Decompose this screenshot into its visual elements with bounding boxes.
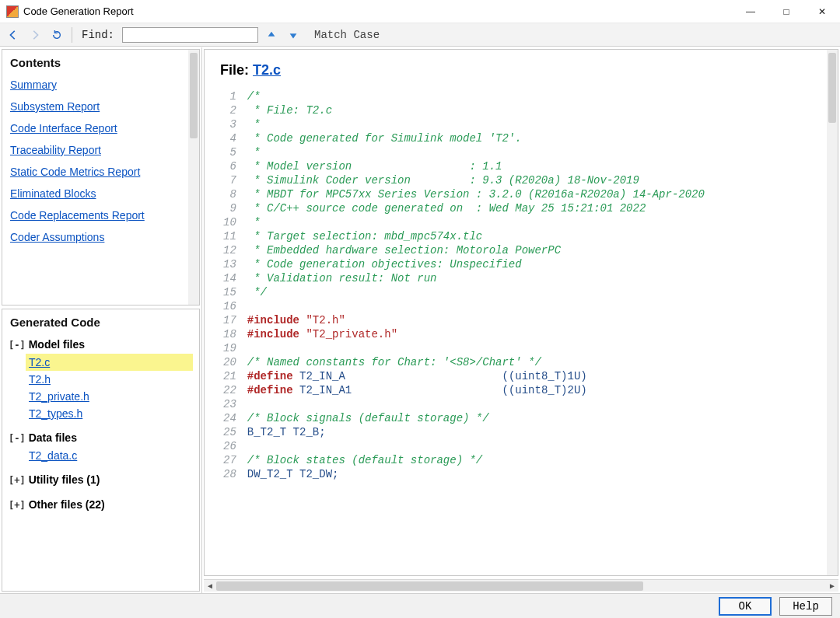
code-line: 26 [220,439,705,453]
match-case-toggle[interactable]: Match Case [314,29,380,41]
tree-section-label: Utility files (1) [29,473,100,486]
code-line: 14 * Validation result: Not run [220,271,705,285]
file-link-t2-types-h[interactable]: T2_types.h [26,405,193,422]
file-link-t2-private-h[interactable]: T2_private.h [26,388,193,405]
back-button[interactable] [5,26,22,44]
line-source[interactable]: * [247,215,705,229]
line-number: 13 [220,257,247,271]
file-link-t2-c[interactable]: T2.c [26,354,193,371]
line-source[interactable] [247,341,705,355]
line-source[interactable]: */ [247,285,705,299]
maximize-button[interactable]: □ [768,0,804,23]
contents-link-traceability-report[interactable]: Traceability Report [2,139,199,161]
tree-toggle-icon[interactable]: [+] [9,500,26,511]
line-source[interactable]: * Simulink Coder version : 9.3 (R2020a) … [247,173,705,187]
find-prev-button[interactable] [263,26,280,44]
line-source[interactable]: /* Block states (default storage) */ [247,453,705,467]
code-line: 25B_T2_T T2_B; [220,425,705,439]
code-line: 7 * Simulink Coder version : 9.3 (R2020a… [220,173,705,187]
code-view[interactable]: File: T2.c 1/*2 * File: T2.c3 *4 * Code … [204,49,838,576]
close-button[interactable]: ✕ [804,0,840,23]
tree-section-other-files-22-[interactable]: [+]Other files (22) [9,495,193,514]
line-source[interactable] [247,439,705,453]
code-line: 8 * MBDT for MPC57xx Series Version : 3.… [220,187,705,201]
minimize-button[interactable]: — [733,0,768,23]
line-source[interactable]: /* [247,89,705,103]
generated-code-tree: [-]Model filesT2.cT2.hT2_private.hT2_typ… [2,333,199,518]
refresh-button[interactable] [48,26,65,44]
line-source[interactable]: * Code generation objectives: Unspecifie… [247,257,705,271]
line-number: 2 [220,103,247,117]
line-number: 22 [220,383,247,397]
line-number: 3 [220,117,247,131]
line-number: 14 [220,271,247,285]
main-area: Contents SummarySubsystem ReportCode Int… [0,47,840,593]
app-icon [6,5,19,18]
code-line: 1/* [220,89,705,103]
tree-section-utility-files-1-[interactable]: [+]Utility files (1) [9,470,193,489]
tree-toggle-icon[interactable]: [-] [9,340,26,351]
line-source[interactable]: /* Block signals (default storage) */ [247,411,705,425]
code-vscrollbar[interactable] [827,50,838,575]
line-number: 6 [220,159,247,173]
line-source[interactable]: * Code generated for Simulink model 'T2'… [247,131,705,145]
contents-link-subsystem-report[interactable]: Subsystem Report [2,96,199,117]
tree-section-label: Data files [29,431,77,444]
line-source[interactable] [247,299,705,313]
line-source[interactable]: #define T2_IN_A1 ((uint8_T)2U) [247,383,705,397]
line-source[interactable]: * C/C++ source code generated on : Wed M… [247,201,705,215]
line-number: 4 [220,131,247,145]
hscroll-right-arrow[interactable]: ► [826,580,838,592]
line-source[interactable]: * [247,117,705,131]
tree-toggle-icon[interactable]: [-] [9,433,26,444]
file-name-link[interactable]: T2.c [253,62,281,78]
code-line: 11 * Target selection: mbd_mpc574x.tlc [220,229,705,243]
contents-link-summary[interactable]: Summary [2,74,199,96]
tree-section-data-files[interactable]: [-]Data files [9,428,193,447]
footer: OK Help [0,593,840,618]
line-number: 27 [220,453,247,467]
contents-link-code-interface-report[interactable]: Code Interface Report [2,117,199,139]
contents-link-code-replacements-report[interactable]: Code Replacements Report [2,204,199,226]
tree-section-label: Model files [29,338,85,351]
contents-link-static-code-metrics-report[interactable]: Static Code Metrics Report [2,161,199,183]
line-source[interactable]: * [247,145,705,159]
find-input[interactable] [122,27,258,43]
line-source[interactable]: B_T2_T T2_B; [247,425,705,439]
find-next-button[interactable] [285,26,302,44]
code-hscrollbar[interactable]: ◄ ► [204,579,838,592]
line-source[interactable]: * Validation result: Not run [247,271,705,285]
line-source[interactable]: * Embedded hardware selection: Motorola … [247,243,705,257]
code-line: 9 * C/C++ source code generated on : Wed… [220,201,705,215]
line-source[interactable]: #define T2_IN_A ((uint8_T)1U) [247,369,705,383]
toolbar-separator [72,27,72,43]
line-source[interactable]: * MBDT for MPC57xx Series Version : 3.2.… [247,187,705,201]
line-number: 15 [220,285,247,299]
contents-list: SummarySubsystem ReportCode Interface Re… [2,74,199,248]
line-source[interactable]: * Model version : 1.1 [247,159,705,173]
line-number: 17 [220,313,247,327]
line-source[interactable]: #include "T2.h" [247,313,705,327]
ok-button[interactable]: OK [719,597,772,616]
forward-button[interactable] [26,26,44,44]
help-button[interactable]: Help [779,597,832,616]
line-source[interactable]: * Target selection: mbd_mpc574x.tlc [247,229,705,243]
line-source[interactable]: * File: T2.c [247,103,705,117]
contents-link-coder-assumptions[interactable]: Coder Assumptions [2,226,199,248]
file-link-t2-h[interactable]: T2.h [26,371,193,388]
line-source[interactable]: DW_T2_T T2_DW; [247,467,705,481]
code-line: 28DW_T2_T T2_DW; [220,467,705,481]
line-source[interactable]: /* Named constants for Chart: '<S8>/Char… [247,355,705,369]
hscroll-left-arrow[interactable]: ◄ [204,580,216,592]
line-source[interactable]: #include "T2_private.h" [247,327,705,341]
contents-link-eliminated-blocks[interactable]: Eliminated Blocks [2,183,199,204]
tree-section-model-files[interactable]: [-]Model files [9,335,193,354]
tree-section-label: Other files (22) [29,498,105,511]
code-line: 21#define T2_IN_A ((uint8_T)1U) [220,369,705,383]
tree-toggle-icon[interactable]: [+] [9,475,26,486]
contents-scrollbar[interactable] [188,50,199,305]
find-label: Find: [79,29,117,41]
code-line: 20/* Named constants for Chart: '<S8>/Ch… [220,355,705,369]
file-link-t2-data-c[interactable]: T2_data.c [26,447,193,464]
line-source[interactable] [247,397,705,411]
